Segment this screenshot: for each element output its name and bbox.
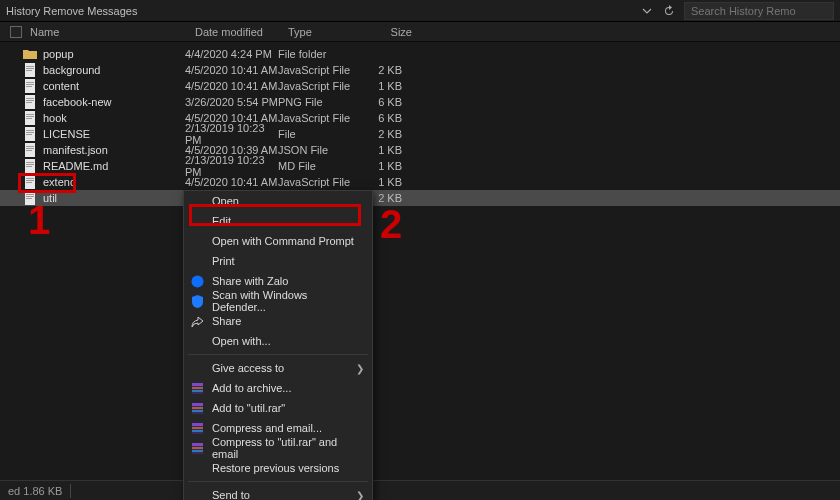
context-item[interactable]: Give access to❯: [184, 358, 372, 378]
svg-rect-22: [26, 148, 34, 149]
search-input[interactable]: [684, 2, 834, 20]
svg-rect-3: [26, 70, 32, 71]
defender-icon: [190, 294, 204, 308]
file-row[interactable]: facebook-new3/26/2020 5:54 PMPNG File6 K…: [0, 94, 840, 110]
context-item[interactable]: Scan with Windows Defender...: [184, 291, 372, 311]
context-item-label: Add to archive...: [212, 382, 292, 394]
col-date-header[interactable]: Date modified: [195, 26, 288, 38]
svg-rect-5: [26, 82, 34, 83]
context-item[interactable]: Add to "util.rar": [184, 398, 372, 418]
context-item[interactable]: Share with Zalo: [184, 271, 372, 291]
context-item[interactable]: Open with Command Prompt: [184, 231, 372, 251]
svg-rect-15: [26, 118, 32, 119]
svg-rect-47: [192, 427, 203, 429]
file-icon: [22, 63, 38, 77]
file-size: 1 KB: [355, 144, 410, 156]
statusbar: ed 1.86 KB: [0, 480, 840, 500]
file-row[interactable]: content4/5/2020 10:41 AMJavaScript File1…: [0, 78, 840, 94]
file-name: LICENSE: [43, 128, 185, 140]
file-type: File folder: [278, 48, 355, 60]
file-row[interactable]: popup4/4/2020 4:24 PMFile folder: [0, 46, 840, 62]
svg-rect-52: [192, 450, 203, 452]
file-row[interactable]: manifest.json4/5/2020 10:39 AMJSON File1…: [0, 142, 840, 158]
svg-rect-46: [192, 423, 203, 426]
chevron-down-icon[interactable]: [640, 4, 654, 18]
context-item-label: Send to: [212, 489, 250, 500]
context-separator: [188, 481, 368, 482]
file-row[interactable]: util2 KB: [0, 190, 840, 206]
file-size: 1 KB: [355, 176, 410, 188]
context-item[interactable]: Compress and email...: [184, 418, 372, 438]
col-size-header[interactable]: Size: [365, 26, 420, 38]
context-item[interactable]: Edit: [184, 211, 372, 231]
svg-rect-1: [26, 66, 34, 67]
chevron-right-icon: ❯: [356, 490, 364, 501]
file-type: PNG File: [278, 96, 355, 108]
svg-rect-44: [192, 410, 203, 412]
file-name: util: [43, 192, 185, 204]
svg-rect-30: [26, 180, 34, 181]
context-item[interactable]: Restore previous versions: [184, 458, 372, 478]
context-item[interactable]: Add to archive...: [184, 378, 372, 398]
titlebar: History Remove Messages: [0, 0, 840, 22]
svg-rect-42: [192, 403, 203, 406]
file-icon: [22, 127, 38, 141]
context-item-label: Add to "util.rar": [212, 402, 285, 414]
svg-rect-2: [26, 68, 34, 69]
file-date: 2/13/2019 10:23 PM: [185, 122, 278, 146]
svg-rect-43: [192, 407, 203, 409]
file-icon: [22, 47, 38, 61]
file-icon: [22, 111, 38, 125]
svg-point-36: [191, 275, 203, 287]
titlebar-controls: [640, 2, 834, 20]
select-all-checkbox[interactable]: [10, 26, 22, 38]
file-name: facebook-new: [43, 96, 185, 108]
context-item-label: Open with...: [212, 335, 271, 347]
chevron-right-icon: ❯: [356, 363, 364, 374]
context-item[interactable]: Open with...: [184, 331, 372, 351]
col-name-header[interactable]: Name: [30, 26, 195, 38]
file-list: popup4/4/2020 4:24 PMFile folderbackgrou…: [0, 42, 840, 206]
svg-rect-13: [26, 114, 34, 115]
svg-rect-26: [26, 164, 34, 165]
context-item-label: Edit: [212, 215, 231, 227]
context-item-label: Share with Zalo: [212, 275, 288, 287]
svg-rect-21: [26, 146, 34, 147]
context-item[interactable]: Share: [184, 311, 372, 331]
svg-rect-34: [26, 196, 34, 197]
context-item[interactable]: Print: [184, 251, 372, 271]
file-size: 1 KB: [355, 80, 410, 92]
svg-rect-10: [26, 100, 34, 101]
file-row[interactable]: background4/5/2020 10:41 AMJavaScript Fi…: [0, 62, 840, 78]
context-item[interactable]: Send to❯: [184, 485, 372, 500]
context-item-label: Give access to: [212, 362, 284, 374]
file-row[interactable]: README.md2/13/2019 10:23 PMMD File1 KB: [0, 158, 840, 174]
file-row[interactable]: extend4/5/2020 10:41 AMJavaScript File1 …: [0, 174, 840, 190]
context-item[interactable]: Compress to "util.rar" and email: [184, 438, 372, 458]
svg-rect-48: [192, 430, 203, 432]
file-size: 2 KB: [355, 64, 410, 76]
file-icon: [22, 175, 38, 189]
svg-rect-40: [192, 390, 203, 392]
context-item[interactable]: Open: [184, 191, 372, 211]
file-row[interactable]: hook4/5/2020 10:41 AMJavaScript File6 KB: [0, 110, 840, 126]
svg-rect-19: [26, 134, 32, 135]
svg-rect-38: [192, 383, 203, 386]
file-name: background: [43, 64, 185, 76]
window-title: History Remove Messages: [6, 5, 640, 17]
status-text: ed 1.86 KB: [8, 485, 62, 497]
col-type-header[interactable]: Type: [288, 26, 365, 38]
svg-rect-27: [26, 166, 32, 167]
zalo-icon: [190, 274, 204, 288]
svg-rect-17: [26, 130, 34, 131]
file-size: 6 KB: [355, 96, 410, 108]
refresh-icon[interactable]: [662, 4, 676, 18]
file-type: JavaScript File: [278, 112, 355, 124]
rar-icon: [190, 421, 204, 435]
file-name: content: [43, 80, 185, 92]
file-row[interactable]: LICENSE2/13/2019 10:23 PMFile2 KB: [0, 126, 840, 142]
svg-rect-6: [26, 84, 34, 85]
context-menu: OpenEditOpen with Command PromptPrintSha…: [183, 190, 373, 500]
file-size: 1 KB: [355, 160, 410, 172]
file-date: 3/26/2020 5:54 PM: [185, 96, 278, 108]
